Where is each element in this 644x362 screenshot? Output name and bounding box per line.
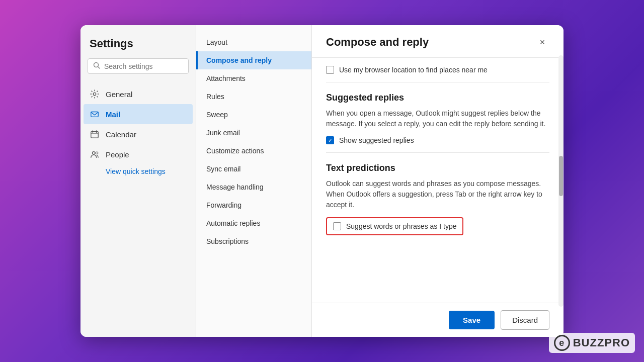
panel-header: Compose and reply × bbox=[312, 25, 564, 58]
sidebar-label-general: General bbox=[106, 90, 132, 99]
svg-point-2 bbox=[93, 93, 96, 95]
mail-icon bbox=[90, 109, 100, 119]
section-divider bbox=[326, 152, 549, 153]
browser-location-row: Use my browser location to find places n… bbox=[326, 58, 549, 82]
text-predictions-desc: Outlook can suggest words and phrases as… bbox=[326, 178, 549, 210]
search-input[interactable] bbox=[104, 62, 183, 70]
mid-item-layout[interactable]: Layout bbox=[196, 33, 311, 51]
svg-point-8 bbox=[93, 152, 95, 154]
sidebar-label-people: People bbox=[106, 150, 129, 159]
show-suggested-replies-label: Show suggested replies bbox=[339, 136, 414, 144]
svg-rect-4 bbox=[91, 132, 98, 138]
mid-item-rules[interactable]: Rules bbox=[196, 87, 311, 106]
close-button[interactable]: × bbox=[535, 35, 549, 49]
sidebar-item-general[interactable]: General bbox=[80, 84, 196, 104]
discard-button[interactable]: Discard bbox=[501, 310, 549, 330]
mid-item-forwarding[interactable]: Forwarding bbox=[196, 196, 311, 214]
browser-location-label: Use my browser location to find places n… bbox=[339, 66, 488, 74]
mid-item-junk-email[interactable]: Junk email bbox=[196, 124, 311, 142]
sidebar: Settings General bbox=[80, 25, 196, 337]
suggested-replies-title: Suggested replies bbox=[326, 93, 549, 103]
sidebar-item-calendar[interactable]: Calendar bbox=[80, 124, 196, 144]
sidebar-item-mail[interactable]: Mail bbox=[84, 104, 193, 124]
suggest-words-checkbox[interactable] bbox=[333, 222, 341, 230]
panel-content: Use my browser location to find places n… bbox=[312, 58, 564, 303]
mid-item-sweep[interactable]: Sweep bbox=[196, 106, 311, 124]
scrollbar-thumb[interactable] bbox=[559, 156, 563, 196]
mid-item-message-handling[interactable]: Message handling bbox=[196, 178, 311, 196]
text-predictions-section: Text predictions Outlook can suggest wor… bbox=[326, 163, 549, 235]
settings-window: Settings General bbox=[80, 25, 564, 337]
watermark-icon: e bbox=[554, 335, 570, 351]
watermark-text: BUZZPRO bbox=[573, 336, 630, 349]
search-box[interactable] bbox=[88, 58, 189, 74]
calendar-icon bbox=[90, 129, 100, 139]
mid-item-customize-actions[interactable]: Customize actions bbox=[196, 142, 311, 160]
mid-item-compose-reply[interactable]: Compose and reply bbox=[196, 51, 311, 69]
svg-point-9 bbox=[96, 152, 98, 154]
mid-item-automatic-replies[interactable]: Automatic replies bbox=[196, 214, 311, 232]
suggested-replies-desc: When you open a message, Outlook might s… bbox=[326, 108, 549, 129]
scrollbar-track[interactable] bbox=[558, 55, 564, 307]
middle-column: Layout Compose and reply Attachments Rul… bbox=[196, 25, 312, 337]
show-suggested-replies-checkbox[interactable]: ✓ bbox=[326, 136, 334, 144]
right-panel: Compose and reply × Use my browser locat… bbox=[312, 25, 564, 337]
sidebar-label-mail: Mail bbox=[106, 110, 120, 119]
sidebar-item-people[interactable]: People bbox=[80, 144, 196, 164]
suggest-words-row: Suggest words or phrases as I type bbox=[326, 217, 463, 235]
view-quick-settings-link[interactable]: View quick settings bbox=[80, 164, 196, 178]
suggest-words-label: Suggest words or phrases as I type bbox=[346, 222, 456, 230]
panel-title: Compose and reply bbox=[326, 36, 429, 49]
browser-location-checkbox[interactable] bbox=[326, 66, 334, 74]
people-icon bbox=[90, 149, 100, 159]
panel-footer: Save Discard bbox=[312, 303, 564, 337]
mid-item-sync-email[interactable]: Sync email bbox=[196, 160, 311, 178]
gear-icon bbox=[90, 89, 100, 99]
save-button[interactable]: Save bbox=[449, 311, 495, 329]
sidebar-title: Settings bbox=[80, 37, 196, 58]
search-icon bbox=[93, 62, 100, 70]
mid-item-subscriptions[interactable]: Subscriptions bbox=[196, 232, 311, 250]
text-predictions-title: Text predictions bbox=[326, 163, 549, 173]
show-suggested-replies-row: ✓ Show suggested replies bbox=[326, 136, 549, 144]
watermark: e BUZZPRO bbox=[549, 333, 635, 353]
mid-item-attachments[interactable]: Attachments bbox=[196, 69, 311, 87]
sidebar-label-calendar: Calendar bbox=[106, 130, 136, 139]
svg-line-1 bbox=[98, 67, 100, 69]
